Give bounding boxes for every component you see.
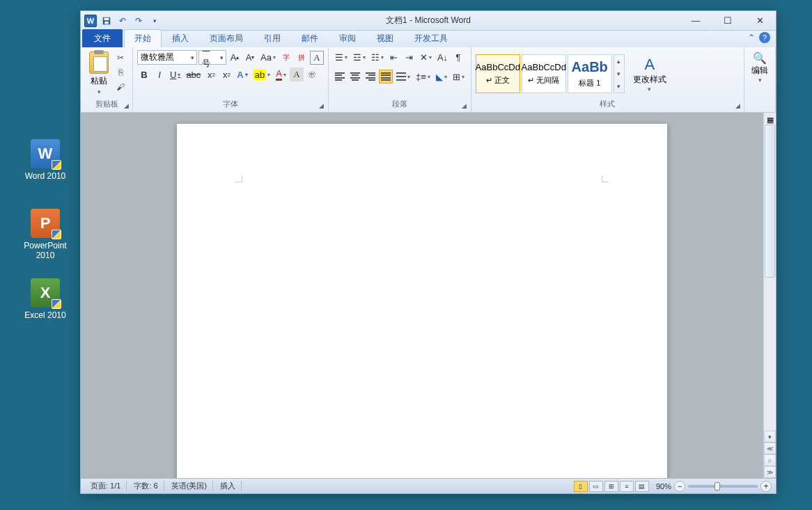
tab-page-layout[interactable]: 页面布局 xyxy=(199,29,253,47)
group-label-font: 字体◢ xyxy=(137,97,324,111)
document-scroll[interactable] xyxy=(81,113,763,478)
view-print-layout[interactable]: ▯ xyxy=(574,481,588,492)
styles-launcher[interactable]: ◢ xyxy=(734,102,741,109)
clear-formatting-button[interactable]: A xyxy=(310,51,324,65)
zoom-out-button[interactable]: − xyxy=(674,481,685,492)
zoom-slider-thumb[interactable] xyxy=(715,482,720,491)
bold-button[interactable]: B xyxy=(137,67,151,81)
scroll-down-button[interactable]: ▾ xyxy=(764,431,776,443)
cut-button[interactable]: ✂ xyxy=(114,51,127,64)
strikethrough-button[interactable]: abc xyxy=(184,67,203,81)
view-full-screen[interactable]: ▭ xyxy=(589,481,603,492)
subscript-button[interactable]: x2 xyxy=(204,67,218,81)
char-border-button[interactable]: 拼 xyxy=(295,51,309,65)
tab-insert[interactable]: 插入 xyxy=(162,29,199,47)
scroll-thumb[interactable] xyxy=(765,125,775,278)
status-language[interactable]: 英语(美国) xyxy=(166,481,213,491)
clipboard-launcher[interactable]: ◢ xyxy=(123,102,130,109)
format-painter-button[interactable]: 🖌 xyxy=(114,81,127,93)
scroll-track[interactable] xyxy=(764,125,776,431)
italic-button[interactable]: I xyxy=(153,67,166,81)
close-button[interactable]: ✕ xyxy=(744,13,776,29)
sort-button[interactable]: A↓ xyxy=(435,50,450,64)
desktop-icon-excel[interactable]: X Excel 2010 xyxy=(17,278,73,320)
style-expand[interactable]: ▾ xyxy=(614,80,624,93)
view-draft[interactable]: ▤ xyxy=(635,481,649,492)
asian-layout-button[interactable]: ✕ xyxy=(418,50,434,64)
view-outline[interactable]: ≡ xyxy=(620,481,634,492)
save-button[interactable] xyxy=(100,14,114,28)
distribute-button[interactable] xyxy=(394,70,412,83)
style-scroll-up[interactable]: ▴ xyxy=(614,55,624,67)
prev-page-button[interactable]: ≪ xyxy=(764,443,776,454)
superscript-button[interactable]: x2 xyxy=(219,67,233,81)
align-left-button[interactable] xyxy=(333,70,347,83)
shrink-font-button[interactable]: A▾ xyxy=(243,51,257,65)
next-page-button[interactable]: ≫ xyxy=(764,466,776,478)
multilevel-list-button[interactable]: ☷ xyxy=(369,50,386,64)
undo-button[interactable]: ↶ xyxy=(116,14,130,28)
redo-button[interactable]: ↷ xyxy=(132,14,146,28)
status-mode[interactable]: 插入 xyxy=(214,481,242,491)
tab-mailings[interactable]: 邮件 xyxy=(291,29,329,47)
show-hide-button[interactable]: ¶ xyxy=(451,50,465,64)
browse-object-button[interactable]: ○ xyxy=(764,454,776,466)
tab-review[interactable]: 审阅 xyxy=(329,29,366,47)
line-spacing-button[interactable]: ‡≡ xyxy=(414,70,432,83)
font-color-button[interactable]: A xyxy=(274,67,288,81)
align-center-icon xyxy=(350,72,360,81)
zoom-in-button[interactable]: + xyxy=(760,481,772,492)
help-button[interactable]: ? xyxy=(759,32,770,43)
phonetic-guide-button[interactable]: 字 xyxy=(279,51,293,65)
align-right-button[interactable] xyxy=(364,70,377,83)
text-effects-button[interactable]: A xyxy=(235,67,249,81)
app-menu-button[interactable]: W xyxy=(84,14,97,28)
borders-button[interactable]: ⊞ xyxy=(451,70,467,83)
change-styles-button[interactable]: A 更改样式 ▾ xyxy=(629,54,671,94)
desktop-icon-word[interactable]: W Word 2010 xyxy=(17,139,73,181)
enclose-chars-button[interactable]: ㊥ xyxy=(305,67,319,81)
paint-bucket-icon: ◣ xyxy=(436,72,443,82)
status-page[interactable]: 页面: 1/1 xyxy=(85,481,127,491)
shading-button[interactable]: ◣ xyxy=(434,70,449,83)
font-launcher[interactable]: ◢ xyxy=(318,102,325,109)
minimize-button[interactable]: ― xyxy=(680,13,712,29)
desktop-icon-powerpoint[interactable]: P PowerPoint 2010 xyxy=(17,209,73,260)
zoom-slider[interactable] xyxy=(688,485,758,488)
tab-references[interactable]: 引用 xyxy=(253,29,291,47)
align-center-button[interactable] xyxy=(348,70,362,83)
style-no-spacing[interactable]: AaBbCcDd ↵ 无间隔 xyxy=(522,54,566,93)
underline-button[interactable]: U xyxy=(168,67,182,81)
qat-customize-button[interactable]: ▾ xyxy=(148,14,162,28)
tab-developer[interactable]: 开发工具 xyxy=(404,29,458,47)
bullets-button[interactable]: ☰ xyxy=(333,50,350,64)
highlight-button[interactable]: ab xyxy=(251,67,272,81)
tab-file[interactable]: 文件 xyxy=(82,29,123,47)
document-page[interactable] xyxy=(177,124,667,478)
style-heading1[interactable]: AaBb 标题 1 xyxy=(568,54,612,93)
copy-button[interactable]: ⎘ xyxy=(114,66,127,79)
font-name-combo[interactable]: 微软雅黑 xyxy=(137,50,197,65)
ribbon: 粘贴 ▾ ✂ ⎘ 🖌 剪贴板◢ 微软雅黑 一号 A▴ A▾ Aa xyxy=(81,47,776,113)
paste-button[interactable]: 粘贴 ▾ xyxy=(85,50,113,97)
change-case-button[interactable]: Aa xyxy=(258,51,278,65)
numbering-button[interactable]: ☲ xyxy=(351,50,368,64)
style-normal[interactable]: AaBbCcDd ↵ 正文 xyxy=(476,54,520,93)
maximize-button[interactable]: ☐ xyxy=(712,13,744,29)
justify-button[interactable] xyxy=(379,70,393,83)
tab-view[interactable]: 视图 xyxy=(366,29,404,47)
style-scroll-down[interactable]: ▾ xyxy=(614,67,624,80)
increase-indent-button[interactable]: ⇥ xyxy=(403,50,416,64)
font-size-combo[interactable]: 一号 xyxy=(198,50,226,65)
editing-menu-button[interactable]: 🔍 编辑 ▾ xyxy=(749,50,771,111)
grow-font-button[interactable]: A▴ xyxy=(228,51,242,65)
zoom-level[interactable]: 90% xyxy=(656,482,671,491)
status-words[interactable]: 字数: 6 xyxy=(128,481,164,491)
decrease-indent-button[interactable]: ⇤ xyxy=(387,50,401,64)
ribbon-collapse-button[interactable]: ⌃ xyxy=(748,33,755,42)
paragraph-launcher[interactable]: ◢ xyxy=(461,102,468,109)
view-web-layout[interactable]: ⊞ xyxy=(604,481,618,492)
tab-home[interactable]: 开始 xyxy=(124,29,162,47)
window-controls: ― ☐ ✕ xyxy=(680,13,776,29)
char-shading-button[interactable]: A xyxy=(290,67,304,81)
